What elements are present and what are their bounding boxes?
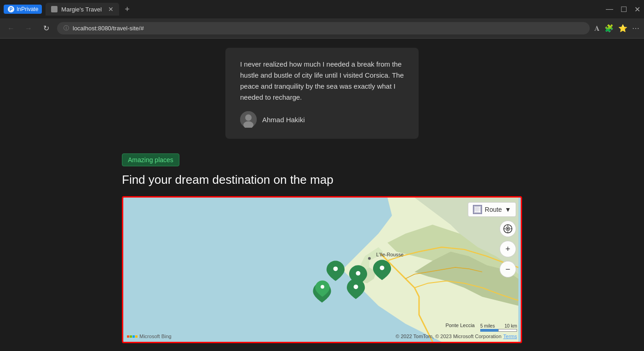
avatar [240,111,257,128]
browser-chrome: P InPrivate Margie's Travel ✕ + — ☐ ✕ ← … [0,0,644,39]
map-controls: Route ▼ [468,202,516,277]
svg-point-8 [334,266,338,271]
microsoft-bing-attribution: Microsoft Bing [127,334,172,339]
active-tab[interactable]: Margie's Travel ✕ [46,3,119,16]
extensions-icon[interactable]: 🧩 [604,24,614,33]
favorites-icon[interactable]: ⭐ [618,24,627,33]
title-bar: P InPrivate Margie's Travel ✕ + — ☐ ✕ [0,0,644,18]
maximize-button[interactable]: ☐ [621,5,627,14]
map-container[interactable]: L'Ile-Rousse [122,196,522,343]
title-bar-left: P InPrivate Margie's Travel ✕ + [4,3,132,16]
svg-point-13 [321,285,324,289]
zoom-in-button[interactable]: + [500,241,516,257]
route-label: Route [485,206,502,213]
bing-logo-green [130,335,132,338]
more-options-icon[interactable]: ⋯ [632,24,639,33]
svg-point-6 [368,257,371,260]
footer-section: Margie's Travel [0,343,644,351]
zoom-out-button[interactable]: − [500,261,516,277]
bing-logo-red [127,335,129,338]
scale-miles: 5 miles [480,323,495,328]
scale-km: 10 km [505,323,517,328]
route-icon [473,205,482,214]
section-title: Find your dream destination on the map [122,173,522,187]
svg-rect-14 [474,206,481,213]
testimonial-card: I never realized how much I needed a bre… [225,48,419,139]
section-inner: Amazing places Find your dream destinati… [122,153,522,343]
scale-line [480,329,517,332]
route-dropdown[interactable]: Route ▼ [468,202,516,217]
scale-bar: 5 miles 10 km [480,323,517,332]
scale-blue-segment [480,329,498,332]
bing-logo-blue [132,335,135,338]
forward-button[interactable]: → [22,22,35,35]
page-content: I never realized how much I needed a bre… [0,39,644,351]
new-tab-button[interactable]: + [123,5,132,14]
terms-link[interactable]: Terms [503,334,517,339]
bing-logo [127,335,138,338]
bing-logo-yellow [135,335,138,338]
read-aloud-icon[interactable]: 𝐀 [594,24,600,33]
map-area[interactable]: L'Ile-Rousse [123,198,521,342]
inprivate-badge[interactable]: P InPrivate [4,5,42,14]
title-bar-right: — ☐ ✕ [606,5,640,14]
svg-point-3 [245,114,252,121]
address-info-icon: ⓘ [63,24,69,32]
svg-point-21 [507,228,509,230]
author-name: Ahmad Hakiki [262,116,305,124]
amazing-places-section: Amazing places Find your dream destinati… [0,139,644,343]
attribution-text: © 2022 TomTom, © 2023 Microsoft Corporat… [396,334,501,339]
address-text: localhost:8080/travel-site/# [73,25,144,32]
svg-point-12 [354,284,358,289]
scale-labels: 5 miles 10 km [480,323,517,328]
testimonial-section: I never realized how much I needed a bre… [0,39,644,139]
svg-point-10 [380,266,385,270]
ponte-leccia-label: Ponte Leccia [445,323,475,328]
bing-label: Microsoft Bing [139,334,172,339]
route-dropdown-arrow: ▼ [505,206,511,213]
refresh-button[interactable]: ↻ [40,22,52,35]
testimonial-author: Ahmad Hakiki [240,111,404,128]
address-bar[interactable]: ⓘ localhost:8080/travel-site/# [57,22,590,34]
map-svg: L'Ile-Rousse [123,198,521,342]
svg-text:L'Ile-Rousse: L'Ile-Rousse [376,252,404,257]
nav-right-icons: 𝐀 🧩 ⭐ ⋯ [594,24,639,33]
section-badge: Amazing places [122,153,179,166]
tab-close-button[interactable]: ✕ [108,6,114,13]
scale-white-segment [498,329,517,332]
inprivate-icon: P [7,6,15,13]
map-attribution: © 2022 TomTom, © 2023 Microsoft Corporat… [396,334,517,339]
nav-bar: ← → ↻ ⓘ localhost:8080/travel-site/# 𝐀 🧩… [0,18,644,39]
close-button[interactable]: ✕ [634,5,640,14]
minimize-button[interactable]: — [606,5,613,14]
window-controls: — ☐ ✕ [606,5,640,14]
location-button[interactable] [500,221,516,237]
inprivate-label: InPrivate [17,6,38,12]
back-button[interactable]: ← [5,22,17,35]
svg-point-9 [356,271,361,276]
svg-text:P: P [10,7,13,12]
tab-favicon [51,6,58,12]
tab-title: Margie's Travel [61,6,102,13]
testimonial-text: I never realized how much I needed a bre… [240,59,404,103]
